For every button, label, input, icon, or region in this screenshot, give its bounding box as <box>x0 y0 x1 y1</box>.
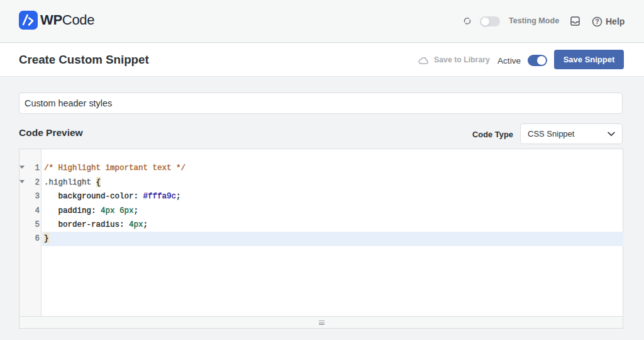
svg-text:?: ? <box>595 18 599 25</box>
